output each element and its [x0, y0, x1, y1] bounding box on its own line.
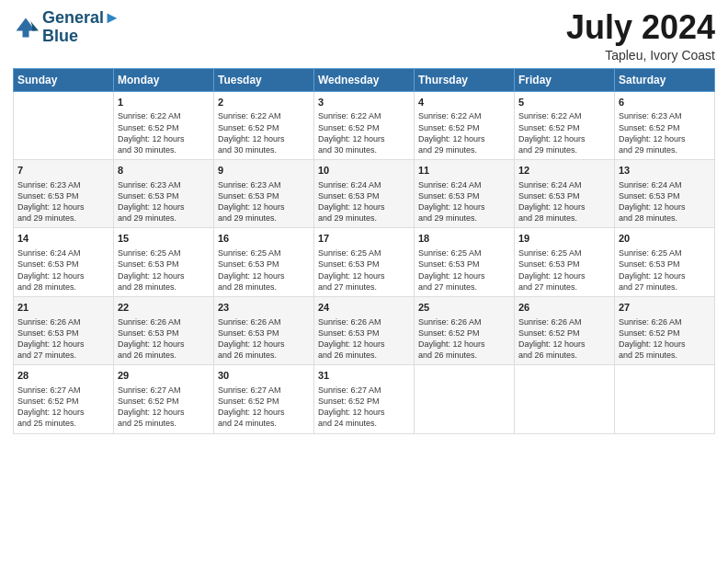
- day-info: Sunrise: 6:22 AM Sunset: 6:52 PM Dayligh…: [518, 110, 610, 155]
- day-number: 27: [619, 301, 711, 315]
- calendar-cell: 14Sunrise: 6:24 AM Sunset: 6:53 PM Dayli…: [14, 228, 114, 296]
- calendar-cell: [515, 365, 615, 433]
- day-info: Sunrise: 6:22 AM Sunset: 6:52 PM Dayligh…: [118, 110, 210, 155]
- day-info: Sunrise: 6:27 AM Sunset: 6:52 PM Dayligh…: [218, 385, 310, 430]
- day-number: 4: [418, 96, 510, 109]
- day-number: 15: [118, 232, 210, 246]
- day-number: 24: [318, 301, 410, 315]
- day-number: 26: [518, 301, 610, 315]
- calendar-cell: [14, 91, 114, 159]
- calendar-cell: 6Sunrise: 6:23 AM Sunset: 6:52 PM Daylig…: [615, 91, 715, 159]
- calendar-cell: 21Sunrise: 6:26 AM Sunset: 6:53 PM Dayli…: [14, 296, 114, 364]
- calendar-cell: 2Sunrise: 6:22 AM Sunset: 6:52 PM Daylig…: [214, 91, 314, 159]
- calendar-cell: [615, 365, 715, 433]
- day-header-sunday: Sunday: [14, 68, 114, 91]
- day-number: 9: [218, 164, 310, 178]
- day-number: 29: [118, 369, 210, 383]
- day-number: 2: [218, 96, 310, 109]
- day-info: Sunrise: 6:26 AM Sunset: 6:52 PM Dayligh…: [518, 316, 610, 362]
- day-info: Sunrise: 6:26 AM Sunset: 6:52 PM Dayligh…: [418, 316, 510, 362]
- day-number: 19: [518, 232, 610, 246]
- calendar-cell: 24Sunrise: 6:26 AM Sunset: 6:53 PM Dayli…: [314, 296, 415, 364]
- day-number: 25: [418, 301, 510, 315]
- day-number: 22: [118, 301, 210, 315]
- day-number: 16: [218, 232, 310, 246]
- day-info: Sunrise: 6:26 AM Sunset: 6:53 PM Dayligh…: [118, 316, 210, 362]
- day-info: Sunrise: 6:25 AM Sunset: 6:53 PM Dayligh…: [318, 247, 410, 293]
- calendar-cell: 3Sunrise: 6:22 AM Sunset: 6:52 PM Daylig…: [314, 91, 415, 159]
- day-info: Sunrise: 6:25 AM Sunset: 6:53 PM Dayligh…: [518, 247, 610, 293]
- page-header: General► Blue July 2024 Tapleu, Ivory Co…: [13, 9, 715, 63]
- day-info: Sunrise: 6:22 AM Sunset: 6:52 PM Dayligh…: [318, 110, 410, 155]
- calendar-cell: 16Sunrise: 6:25 AM Sunset: 6:53 PM Dayli…: [214, 228, 314, 296]
- day-number: 8: [118, 164, 210, 178]
- calendar-cell: 15Sunrise: 6:25 AM Sunset: 6:53 PM Dayli…: [114, 228, 214, 296]
- day-header-friday: Friday: [515, 68, 615, 91]
- day-number: 30: [218, 369, 310, 383]
- day-number: 11: [418, 164, 510, 178]
- day-number: 7: [17, 164, 109, 178]
- day-info: Sunrise: 6:27 AM Sunset: 6:52 PM Dayligh…: [17, 385, 109, 430]
- calendar-cell: 29Sunrise: 6:27 AM Sunset: 6:52 PM Dayli…: [114, 365, 214, 433]
- calendar-cell: 28Sunrise: 6:27 AM Sunset: 6:52 PM Dayli…: [14, 365, 114, 433]
- calendar-cell: 31Sunrise: 6:27 AM Sunset: 6:52 PM Dayli…: [314, 365, 415, 433]
- page-container: General► Blue July 2024 Tapleu, Ivory Co…: [0, 0, 728, 443]
- day-info: Sunrise: 6:26 AM Sunset: 6:52 PM Dayligh…: [619, 316, 711, 362]
- day-info: Sunrise: 6:25 AM Sunset: 6:53 PM Dayligh…: [218, 247, 310, 293]
- day-info: Sunrise: 6:23 AM Sunset: 6:53 PM Dayligh…: [17, 179, 109, 224]
- day-info: Sunrise: 6:23 AM Sunset: 6:53 PM Dayligh…: [218, 179, 310, 224]
- calendar-week-row: 28Sunrise: 6:27 AM Sunset: 6:52 PM Dayli…: [14, 365, 715, 433]
- day-number: 17: [318, 232, 410, 246]
- day-number: 31: [318, 369, 410, 383]
- logo-text: General► Blue: [42, 9, 120, 46]
- calendar-cell: 11Sunrise: 6:24 AM Sunset: 6:53 PM Dayli…: [415, 160, 515, 228]
- calendar-cell: 30Sunrise: 6:27 AM Sunset: 6:52 PM Dayli…: [214, 365, 314, 433]
- calendar-cell: 19Sunrise: 6:25 AM Sunset: 6:53 PM Dayli…: [515, 228, 615, 296]
- day-info: Sunrise: 6:25 AM Sunset: 6:53 PM Dayligh…: [619, 247, 711, 293]
- day-info: Sunrise: 6:24 AM Sunset: 6:53 PM Dayligh…: [518, 179, 610, 224]
- day-number: 6: [619, 96, 711, 109]
- calendar-cell: 26Sunrise: 6:26 AM Sunset: 6:52 PM Dayli…: [515, 296, 615, 364]
- calendar-cell: 23Sunrise: 6:26 AM Sunset: 6:53 PM Dayli…: [214, 296, 314, 364]
- day-info: Sunrise: 6:24 AM Sunset: 6:53 PM Dayligh…: [318, 179, 410, 224]
- day-header-thursday: Thursday: [415, 68, 515, 91]
- day-info: Sunrise: 6:27 AM Sunset: 6:52 PM Dayligh…: [318, 385, 410, 430]
- day-header-saturday: Saturday: [615, 68, 715, 91]
- title-block: July 2024 Tapleu, Ivory Coast: [566, 9, 715, 63]
- day-info: Sunrise: 6:26 AM Sunset: 6:53 PM Dayligh…: [318, 316, 410, 362]
- day-info: Sunrise: 6:27 AM Sunset: 6:52 PM Dayligh…: [118, 385, 210, 430]
- day-info: Sunrise: 6:25 AM Sunset: 6:53 PM Dayligh…: [118, 247, 210, 293]
- day-header-monday: Monday: [114, 68, 214, 91]
- day-number: 14: [17, 232, 109, 246]
- day-number: 5: [518, 96, 610, 109]
- day-header-tuesday: Tuesday: [214, 68, 314, 91]
- calendar-header-row: SundayMondayTuesdayWednesdayThursdayFrid…: [14, 68, 715, 91]
- day-number: 20: [619, 232, 711, 246]
- calendar-cell: 1Sunrise: 6:22 AM Sunset: 6:52 PM Daylig…: [114, 91, 214, 159]
- calendar-table: SundayMondayTuesdayWednesdayThursdayFrid…: [13, 68, 715, 434]
- calendar-cell: 7Sunrise: 6:23 AM Sunset: 6:53 PM Daylig…: [14, 160, 114, 228]
- day-number: 28: [17, 369, 109, 383]
- day-info: Sunrise: 6:26 AM Sunset: 6:53 PM Dayligh…: [17, 316, 109, 362]
- calendar-cell: 22Sunrise: 6:26 AM Sunset: 6:53 PM Dayli…: [114, 296, 214, 364]
- calendar-cell: 9Sunrise: 6:23 AM Sunset: 6:53 PM Daylig…: [214, 160, 314, 228]
- logo-icon: [13, 15, 39, 40]
- calendar-cell: 18Sunrise: 6:25 AM Sunset: 6:53 PM Dayli…: [415, 228, 515, 296]
- day-info: Sunrise: 6:24 AM Sunset: 6:53 PM Dayligh…: [17, 247, 109, 293]
- calendar-cell: 5Sunrise: 6:22 AM Sunset: 6:52 PM Daylig…: [515, 91, 615, 159]
- day-info: Sunrise: 6:23 AM Sunset: 6:53 PM Dayligh…: [118, 179, 210, 224]
- calendar-week-row: 14Sunrise: 6:24 AM Sunset: 6:53 PM Dayli…: [14, 228, 715, 296]
- day-number: 21: [17, 301, 109, 315]
- calendar-cell: [415, 365, 515, 433]
- calendar-cell: 27Sunrise: 6:26 AM Sunset: 6:52 PM Dayli…: [615, 296, 715, 364]
- calendar-cell: 8Sunrise: 6:23 AM Sunset: 6:53 PM Daylig…: [114, 160, 214, 228]
- day-number: 1: [118, 96, 210, 109]
- day-info: Sunrise: 6:24 AM Sunset: 6:53 PM Dayligh…: [418, 179, 510, 224]
- calendar-cell: 17Sunrise: 6:25 AM Sunset: 6:53 PM Dayli…: [314, 228, 415, 296]
- day-number: 23: [218, 301, 310, 315]
- day-info: Sunrise: 6:25 AM Sunset: 6:53 PM Dayligh…: [418, 247, 510, 293]
- calendar-week-row: 7Sunrise: 6:23 AM Sunset: 6:53 PM Daylig…: [14, 160, 715, 228]
- calendar-week-row: 1Sunrise: 6:22 AM Sunset: 6:52 PM Daylig…: [14, 91, 715, 159]
- day-number: 18: [418, 232, 510, 246]
- calendar-cell: 20Sunrise: 6:25 AM Sunset: 6:53 PM Dayli…: [615, 228, 715, 296]
